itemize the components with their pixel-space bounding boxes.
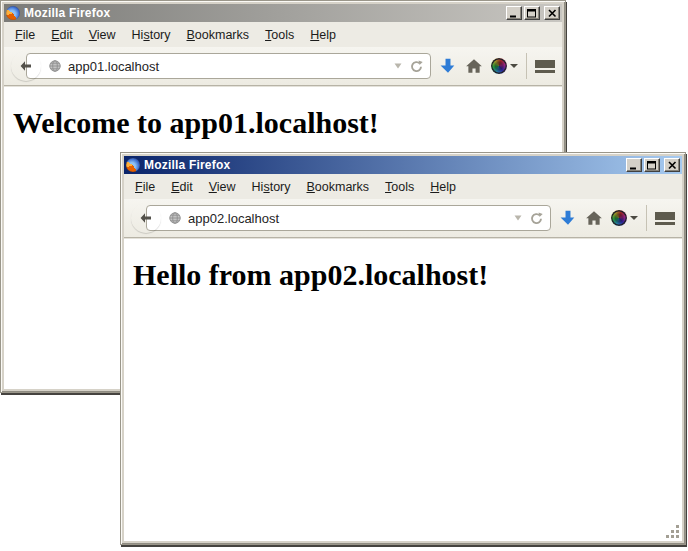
close-icon (548, 9, 557, 18)
caret-down-icon (630, 216, 638, 220)
addon-button[interactable] (611, 210, 627, 226)
maximize-icon (527, 9, 537, 18)
url-bar[interactable]: app01.localhost (26, 53, 431, 79)
navigation-toolbar: app01.localhost (4, 47, 562, 86)
menu-item-edit[interactable]: Edit (43, 24, 81, 46)
maximize-button[interactable] (524, 6, 540, 20)
addon-colorwheel-icon (491, 58, 507, 74)
hamburger-menu-icon (535, 60, 555, 73)
addon-colorwheel-icon (611, 210, 627, 226)
download-arrow-icon (559, 209, 577, 227)
back-button[interactable] (131, 203, 161, 233)
window-title: Mozilla Firefox (144, 158, 626, 172)
urlbar-dropdown-button[interactable] (392, 61, 404, 71)
menu-item-bookmarks[interactable]: Bookmarks (299, 176, 378, 198)
firefox-logo-icon (126, 158, 140, 172)
minimize-button[interactable] (626, 158, 642, 172)
page-content-app02: Hello from app02.localhost! (124, 238, 682, 541)
toolbar-separator (646, 205, 647, 231)
download-button[interactable] (559, 209, 577, 227)
page-heading: Welcome to app01.localhost! (13, 106, 562, 140)
download-button[interactable] (439, 57, 457, 75)
home-icon (585, 209, 603, 227)
minimize-icon (629, 161, 639, 170)
addon-dropdown-button[interactable] (630, 216, 638, 220)
addon-dropdown-button[interactable] (510, 64, 518, 68)
close-icon (668, 161, 677, 170)
menu-item-bookmarks[interactable]: Bookmarks (179, 24, 258, 46)
menu-item-file[interactable]: File (7, 24, 43, 46)
back-button[interactable] (11, 51, 41, 81)
browser-window-app02: Mozilla Firefox FileEditViewHistoryBookm… (120, 152, 686, 545)
home-button[interactable] (585, 209, 603, 227)
menu-item-file[interactable]: File (127, 176, 163, 198)
close-button[interactable] (544, 6, 560, 20)
window-title: Mozilla Firefox (24, 6, 506, 20)
addon-button[interactable] (491, 58, 507, 74)
url-text: app01.localhost (68, 59, 392, 74)
menu-item-help[interactable]: Help (302, 24, 344, 46)
home-icon (465, 57, 483, 75)
reload-icon (409, 59, 424, 74)
reload-button[interactable] (529, 211, 544, 226)
urlbar-dropdown-button[interactable] (512, 213, 524, 223)
back-arrow-icon (18, 58, 34, 74)
globe-icon (168, 211, 182, 225)
resize-grip[interactable] (664, 523, 679, 538)
urlbar-dropdown-icon (392, 61, 404, 71)
urlbar-dropdown-icon (512, 213, 524, 223)
minimize-button[interactable] (506, 6, 522, 20)
maximize-icon (647, 161, 657, 170)
reload-button[interactable] (409, 59, 424, 74)
navigation-toolbar: app02.localhost (124, 199, 682, 238)
page-heading: Hello from app02.localhost! (133, 258, 682, 292)
url-text: app02.localhost (188, 211, 512, 226)
globe-icon (48, 59, 62, 73)
home-button[interactable] (465, 57, 483, 75)
url-bar[interactable]: app02.localhost (146, 205, 551, 231)
menu-item-view[interactable]: View (81, 24, 124, 46)
menu-item-history[interactable]: History (244, 176, 299, 198)
app-menu-button[interactable] (535, 60, 555, 73)
menu-item-help[interactable]: Help (422, 176, 464, 198)
menu-item-tools[interactable]: Tools (257, 24, 302, 46)
maximize-button[interactable] (644, 158, 660, 172)
close-button[interactable] (664, 158, 680, 172)
caret-down-icon (510, 64, 518, 68)
titlebar[interactable]: Mozilla Firefox (4, 4, 562, 22)
titlebar[interactable]: Mozilla Firefox (124, 156, 682, 174)
reload-icon (529, 211, 544, 226)
menu-item-tools[interactable]: Tools (377, 176, 422, 198)
back-arrow-icon (138, 210, 154, 226)
hamburger-menu-icon (655, 212, 675, 225)
menu-bar: FileEditViewHistoryBookmarksToolsHelp (124, 174, 682, 199)
menu-bar: FileEditViewHistoryBookmarksToolsHelp (4, 22, 562, 47)
toolbar-separator (526, 53, 527, 79)
menu-item-view[interactable]: View (201, 176, 244, 198)
firefox-logo-icon (6, 6, 20, 20)
app-menu-button[interactable] (655, 212, 675, 225)
download-arrow-icon (439, 57, 457, 75)
menu-item-history[interactable]: History (124, 24, 179, 46)
menu-item-edit[interactable]: Edit (163, 176, 201, 198)
minimize-icon (509, 9, 519, 18)
